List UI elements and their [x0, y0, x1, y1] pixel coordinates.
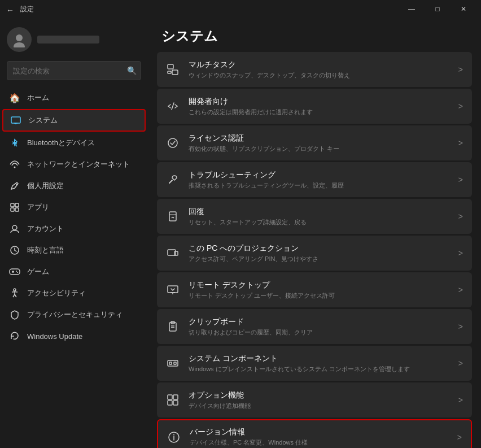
remote-icon [166, 283, 180, 297]
window-controls: — □ ✕ [399, 0, 476, 18]
nav-accounts[interactable]: アカウント [2, 219, 146, 239]
optional-chevron: > [458, 395, 463, 404]
nav-personal-label: 個人用設定 [27, 181, 64, 191]
nav-apps-label: アプリ [27, 202, 49, 212]
about-icon [167, 430, 181, 444]
setting-components[interactable]: システム コンポーネント Windows にプレインストールされているシステム … [157, 346, 472, 381]
components-desc: Windows にプレインストールされているシステム コンポーネントを管理します [189, 365, 449, 373]
nav-update-label: Windows Update [27, 332, 82, 341]
setting-license[interactable]: ライセンス認証 有効化の状態、リプスクリプション、プロダクト キー > [157, 125, 472, 160]
troubleshoot-chevron: > [458, 175, 463, 184]
svg-rect-39 [174, 362, 176, 364]
nav-personal[interactable]: 個人用設定 [2, 176, 146, 196]
user-profile[interactable] [0, 23, 148, 61]
about-text: バージョン情報 デバイス仕様、PC 名変更、Windows 仕様 [190, 427, 448, 447]
nav-update[interactable]: Windows Update [2, 326, 146, 346]
setting-optional[interactable]: オプション機能 デバイス向け追加機能 > [157, 382, 472, 417]
setting-remote[interactable]: リモート デスクトップ リモート デスクトップ ユーザー、接続アクセス許可 > [157, 272, 472, 307]
remote-chevron: > [458, 285, 463, 294]
optional-title: オプション機能 [189, 390, 449, 401]
svg-point-20 [14, 289, 16, 291]
license-text: ライセンス認証 有効化の状態、リプスクリプション、プロダクト キー [189, 133, 449, 153]
recovery-desc: リセット、スタートアップ詳細設定、戻る [189, 218, 449, 227]
nav-privacy[interactable]: プライバシーとセキュリティ [2, 305, 146, 325]
nav-gaming-label: ゲーム [27, 267, 49, 277]
nav-gaming[interactable]: ゲーム [2, 262, 146, 282]
license-chevron: > [458, 138, 463, 147]
search-icon: 🔍 [127, 66, 137, 75]
accessibility-icon [9, 288, 20, 299]
svg-point-19 [17, 272, 18, 273]
multitask-desc: ウィンドウのスナップ、デスクトップ、タスクの切り替え [189, 71, 449, 80]
about-title: バージョン情報 [190, 427, 448, 437]
remote-text: リモート デスクトップ リモート デスクトップ ユーザー、接続アクセス許可 [189, 280, 449, 300]
developer-chevron: > [458, 102, 463, 111]
time-icon [9, 245, 20, 256]
setting-about[interactable]: バージョン情報 デバイス仕様、PC 名変更、Windows 仕様 > [157, 419, 472, 448]
svg-rect-43 [173, 401, 178, 405]
svg-rect-23 [168, 71, 171, 73]
svg-point-0 [16, 34, 23, 41]
nav-network-label: ネットワークとインターネット [27, 159, 130, 169]
setting-projection[interactable]: この PC へのプロジェクション アクセス許可、ペアリング PIN、見つけやすさ… [157, 236, 472, 271]
svg-rect-30 [168, 286, 178, 293]
multitask-icon [166, 63, 180, 76]
svg-rect-40 [168, 395, 172, 399]
clipboard-icon [166, 320, 180, 333]
troubleshoot-text: トラブルシューティング 推奨されるトラブルシューティングツール、設定、履歴 [189, 170, 449, 190]
nav-network[interactable]: ネットワークとインターネット [2, 154, 146, 175]
setting-developer[interactable]: 開発者向け これらの設定は開発者用だけに適用されます > [157, 89, 472, 124]
update-icon [9, 330, 20, 342]
remote-desc: リモート デスクトップ ユーザー、接続アクセス許可 [189, 292, 449, 300]
recovery-title: 回復 [189, 207, 449, 217]
avatar [7, 27, 32, 52]
gaming-icon [9, 266, 20, 277]
minimize-button[interactable]: — [399, 0, 425, 18]
nav-accounts-label: アカウント [27, 224, 64, 234]
remote-title: リモート デスクトップ [189, 280, 449, 290]
recovery-chevron: > [458, 212, 463, 221]
projection-text: この PC へのプロジェクション アクセス許可、ペアリング PIN、見つけやすさ [189, 243, 449, 263]
home-icon: 🏠 [9, 92, 20, 103]
recovery-icon [166, 210, 180, 223]
svg-rect-13 [10, 269, 20, 275]
nav-home[interactable]: 🏠 ホーム [2, 88, 146, 108]
svg-rect-2 [11, 117, 20, 123]
search-input[interactable] [7, 61, 141, 80]
nav-bluetooth-label: Bluetoothとデバイス [27, 138, 95, 148]
optional-desc: デバイス向け追加機能 [189, 402, 449, 410]
nav-apps[interactable]: アプリ [2, 197, 146, 218]
close-button[interactable]: ✕ [451, 0, 476, 18]
svg-rect-9 [11, 208, 14, 211]
sidebar: 🔍 🏠 ホーム システム [0, 18, 148, 448]
setting-clipboard[interactable]: クリップボード 切り取りおよびコピーの履歴、同期、クリア > [157, 309, 472, 344]
recovery-text: 回復 リセット、スタートアップ詳細設定、戻る [189, 207, 449, 227]
nav-system[interactable]: システム [2, 109, 146, 132]
nav-bluetooth[interactable]: Bluetoothとデバイス [2, 133, 146, 153]
license-title: ライセンス認証 [189, 133, 449, 143]
back-button[interactable]: ← [3, 3, 17, 17]
setting-troubleshoot[interactable]: トラブルシューティング 推奨されるトラブルシューティングツール、設定、履歴 > [157, 162, 472, 197]
window-title: 設定 [20, 5, 34, 14]
multitask-text: マルチタスク ウィンドウのスナップ、デスクトップ、タスクの切り替え [189, 60, 449, 80]
developer-title: 開発者向け [189, 97, 449, 107]
svg-point-46 [173, 434, 174, 435]
svg-rect-22 [172, 70, 178, 75]
svg-rect-38 [169, 362, 172, 364]
optional-icon [166, 393, 180, 407]
svg-rect-42 [168, 401, 172, 405]
search-box[interactable]: 🔍 [7, 61, 141, 80]
nav-time-label: 時刻と言語 [27, 245, 64, 255]
content-scroll[interactable]: マルチタスク ウィンドウのスナップ、デスクトップ、タスクの切り替え > 開発者向… [148, 52, 481, 448]
svg-point-18 [16, 271, 17, 272]
setting-recovery[interactable]: 回復 リセット、スタートアップ詳細設定、戻る > [157, 199, 472, 234]
nav-accessibility[interactable]: アクセシビリティ [2, 283, 146, 303]
maximize-button[interactable]: □ [425, 0, 451, 18]
components-icon [166, 356, 180, 370]
setting-multitask[interactable]: マルチタスク ウィンドウのスナップ、デスクトップ、タスクの切り替え > [157, 52, 472, 87]
projection-desc: アクセス許可、ペアリング PIN、見つけやすさ [189, 255, 449, 263]
svg-rect-41 [173, 395, 178, 399]
content-area: システム マルチタスク ウィンドウのスナップ、デスクトップ、タスクの切り替え > [148, 18, 481, 448]
nav-home-label: ホーム [27, 93, 49, 103]
nav-time[interactable]: 時刻と言語 [2, 240, 146, 260]
